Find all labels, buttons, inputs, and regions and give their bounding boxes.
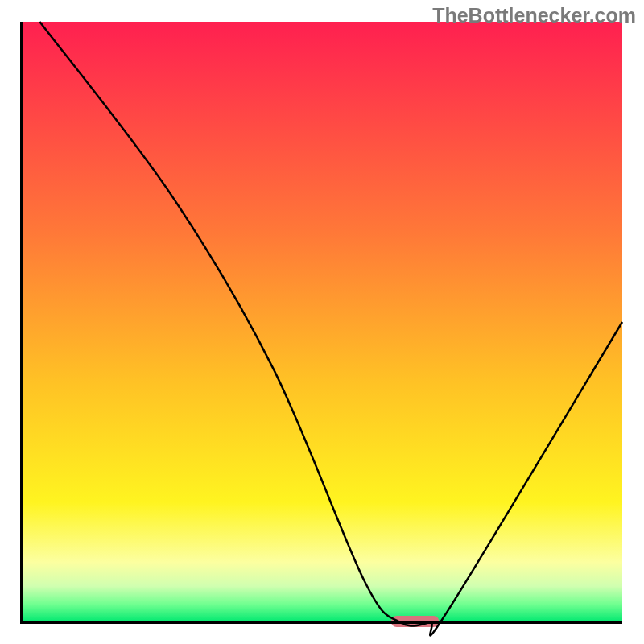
watermark-text: TheBottlenecker.com [432,4,636,27]
chart-svg [0,0,644,644]
chart-container: TheBottlenecker.com [0,0,644,644]
plot-background [22,22,622,622]
